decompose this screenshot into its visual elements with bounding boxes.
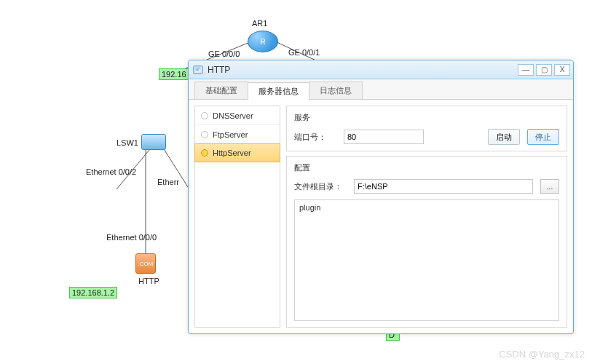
watermark: CSDN @Yang_zx12 xyxy=(499,349,585,360)
start-button[interactable]: 启动 xyxy=(488,129,520,145)
file-list-item[interactable]: plugin xyxy=(299,203,554,212)
server-if: Ethernet 0/0/0 xyxy=(106,233,157,242)
server-item-label: FtpServer xyxy=(213,130,248,139)
server-item-label: DNSServer xyxy=(213,111,253,120)
server-item-http[interactable]: HttpServer xyxy=(194,143,280,162)
router-if-right: GE 0/0/1 xyxy=(288,48,320,57)
router-device: R xyxy=(248,31,278,52)
radio-icon xyxy=(201,112,208,119)
server-item-ftp[interactable]: FtpServer xyxy=(195,125,280,144)
port-input[interactable] xyxy=(344,130,424,144)
root-dir-label: 文件根目录： xyxy=(294,181,347,192)
root-dir-input[interactable] xyxy=(354,179,533,194)
server-item-dns[interactable]: DNSServer xyxy=(195,106,280,125)
http-server-device: .COM xyxy=(135,253,156,274)
config-panel: 配置 文件根目录： ... plugin xyxy=(286,156,567,328)
service-panel: 服务 端口号： 启动 停止 xyxy=(286,106,567,151)
port-label: 端口号： xyxy=(294,132,336,143)
tab-basic[interactable]: 基础配置 xyxy=(194,82,248,99)
app-icon xyxy=(193,65,203,75)
ip-tag-bottom: 192.168.1.2 xyxy=(69,287,117,298)
switch-device xyxy=(141,134,166,150)
tab-bar: 基础配置 服务器信息 日志信息 xyxy=(189,79,573,100)
http-config-dialog: HTTP — ▢ X 基础配置 服务器信息 日志信息 DNSServer Ftp… xyxy=(188,60,574,334)
ip-tag-top: 192.16 xyxy=(159,68,189,80)
config-heading: 配置 xyxy=(294,162,559,173)
server-item-label: HttpServer xyxy=(213,149,251,157)
titlebar[interactable]: HTTP — ▢ X xyxy=(189,60,573,79)
maximize-button[interactable]: ▢ xyxy=(536,64,552,76)
switch-if-a: Ethernet 0/0/2 xyxy=(86,167,136,176)
http-server-label: HTTP xyxy=(138,277,159,285)
service-heading: 服务 xyxy=(294,112,559,123)
router-label: AR1 xyxy=(252,19,267,28)
router-if-left: GE 0/0/0 xyxy=(208,50,240,58)
file-list[interactable]: plugin xyxy=(294,199,559,321)
tab-log[interactable]: 日志信息 xyxy=(309,82,363,99)
tab-server-info[interactable]: 服务器信息 xyxy=(248,82,309,100)
radio-icon xyxy=(201,131,208,138)
close-button[interactable]: X xyxy=(554,64,570,76)
window-title: HTTP xyxy=(208,65,230,75)
switch-label: LSW1 xyxy=(117,138,138,147)
browse-button[interactable]: ... xyxy=(540,179,559,194)
server-type-list: DNSServer FtpServer HttpServer xyxy=(194,106,280,328)
switch-if-b: Etherr xyxy=(157,178,179,186)
stop-button[interactable]: 停止 xyxy=(527,129,559,145)
radio-icon xyxy=(201,149,208,157)
minimize-button[interactable]: — xyxy=(518,64,534,76)
